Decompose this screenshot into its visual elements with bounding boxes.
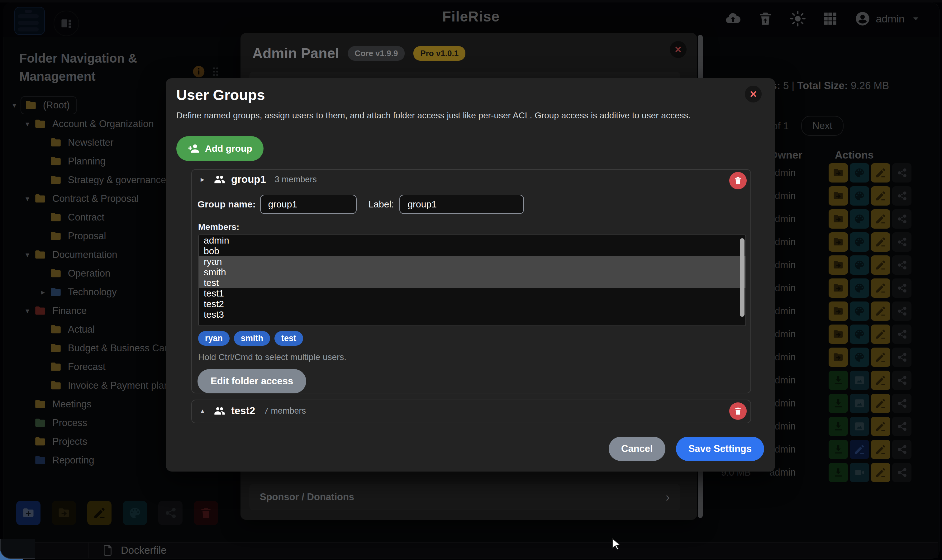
member-option-ryan[interactable]: ryan [199,256,745,267]
label-label: Label: [368,199,394,209]
multiselect-hint: Hold Ctrl/Cmd to select multiple users. [198,352,346,362]
modal-title: User Groups [176,86,265,103]
member-chip-test[interactable]: test [274,331,303,346]
group-name-label: Group name: [197,199,256,209]
delete-group-button[interactable] [729,402,747,420]
cancel-button[interactable]: Cancel [609,437,665,461]
member-option-test2[interactable]: test2 [199,299,745,309]
person-add-icon [188,142,200,155]
panel-corner [0,539,35,559]
people-icon [213,404,226,417]
modal-close-button[interactable]: × [745,86,762,103]
user-groups-modal: User Groups × Define named groups, assig… [166,78,775,472]
group-card-test2: ▴ test2 7 members [191,400,751,423]
members-multiselect[interactable]: adminbobryansmithtesttest1test2test3 [198,234,746,326]
people-icon [213,173,226,186]
people-icon [213,404,226,417]
trash-icon [733,176,743,185]
people-icon [213,173,226,186]
group-name-input[interactable] [260,195,357,214]
trash-icon [733,406,743,416]
edit-folder-access-button[interactable]: Edit folder access [197,369,306,393]
member-option-bob[interactable]: bob [199,246,745,256]
member-option-smith[interactable]: smith [199,267,745,277]
member-chip-smith[interactable]: smith [234,331,270,346]
caret-icon[interactable]: ▴ [201,406,208,415]
selected-member-chips: ryansmithtest [198,331,303,346]
mouse-cursor [610,538,622,550]
delete-group-button[interactable] [729,172,747,189]
members-scrollbar[interactable] [740,238,745,317]
member-option-test3[interactable]: test3 [199,309,745,320]
add-group-button[interactable]: Add group [176,136,263,161]
trash-icon [733,406,743,416]
member-option-admin[interactable]: admin [199,235,745,246]
person-add-icon [188,142,200,155]
group-card-group1: ▸ group1 3 members Group name: Label: Me… [191,169,751,393]
save-settings-button[interactable]: Save Settings [676,437,764,461]
modal-description: Define named groups, assign users to the… [176,111,747,120]
member-option-test[interactable]: test [199,277,745,288]
member-option-test1[interactable]: test1 [199,288,745,299]
trash-icon [733,176,743,185]
group-header[interactable]: ▴ test2 7 members [201,400,306,422]
screen: FileRise admin Folder Navigation & Manag… [0,0,942,560]
group-label-input[interactable] [399,195,524,214]
caret-icon[interactable]: ▸ [201,175,208,184]
members-label: Members: [198,222,239,232]
member-chip-ryan[interactable]: ryan [198,331,229,346]
group-header[interactable]: ▸ group1 3 members [201,170,317,189]
